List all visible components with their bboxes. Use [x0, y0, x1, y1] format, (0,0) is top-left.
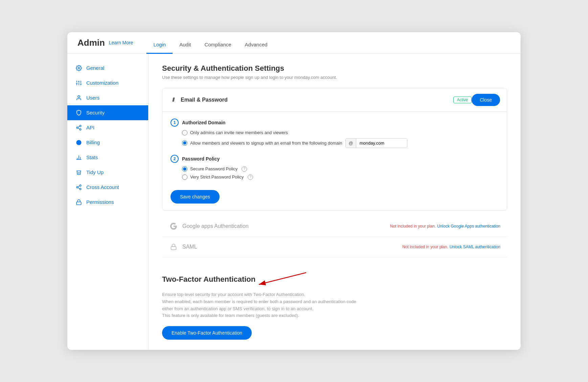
sidebar-item-general[interactable]: General [67, 61, 148, 76]
email-password-body: 1 Authorized Domain Only admins can invi… [162, 112, 507, 210]
password-option-1[interactable]: Secure Password Policy ? [182, 166, 499, 172]
two-factor-title-row: Two-Factor Authentication [162, 271, 507, 291]
tidy-icon [75, 169, 82, 176]
password-option-2-label: Very Strict Password Policy [190, 174, 244, 179]
gear-icon [75, 65, 82, 71]
close-button[interactable]: Close [472, 94, 500, 106]
google-not-included: Not included in your plan. [390, 224, 436, 229]
main-window: Admin Learn More Login Audit Compliance … [67, 32, 521, 350]
email-password-title: Email & Password [181, 97, 450, 103]
svg-line-24 [78, 188, 80, 189]
sidebar-item-users[interactable]: Users [67, 90, 148, 105]
sidebar-label-general: General [86, 65, 104, 71]
password-policy-header: 2 Password Policy [171, 155, 499, 163]
sidebar-label-permissions: Permissions [86, 199, 114, 205]
saml-unlock-link[interactable]: Unlock SAML authentication [450, 245, 500, 249]
top-bar: Admin Learn More Login Audit Compliance … [67, 32, 521, 54]
sidebar-label-billing: Billing [86, 140, 100, 145]
two-factor-desc-line3: either from an authentication app or SMS… [162, 305, 507, 313]
learn-more-link[interactable]: Learn More [109, 40, 133, 45]
domain-input[interactable] [356, 139, 407, 148]
password-policy-section: 2 Password Policy Secure Password Policy… [171, 155, 499, 180]
svg-line-15 [78, 126, 80, 127]
saml-row: SAML Not included in your plan. Unlock S… [162, 237, 507, 257]
chart-icon [75, 154, 82, 161]
svg-line-14 [78, 128, 80, 129]
question-icon-1[interactable]: ? [242, 166, 247, 172]
svg-point-11 [80, 125, 81, 127]
tab-advanced[interactable]: Advanced [238, 42, 274, 54]
sidebar-label-customization: Customization [86, 80, 118, 86]
password-radio-2[interactable] [182, 174, 187, 180]
svg-point-12 [76, 127, 78, 129]
person-icon [75, 94, 82, 101]
sidebar-item-crossaccount[interactable]: Cross Account [67, 180, 148, 195]
sidebar-item-stats[interactable]: Stats [67, 150, 148, 165]
saml-not-included: Not included in your plan. [402, 245, 448, 249]
domain-radio-1[interactable] [182, 130, 187, 135]
sidebar-label-api: API [86, 125, 94, 130]
sidebar: General Customization [67, 54, 149, 350]
shield-icon [75, 109, 82, 116]
enable-2fa-button[interactable]: Enable Two-Factor Authentication [162, 326, 252, 340]
password-radio-1[interactable] [182, 166, 187, 172]
google-unlock-link[interactable]: Unlock Google Apps authentication [437, 224, 500, 229]
billing-icon [75, 139, 82, 146]
email-password-header: // Email & Password Active Close [162, 88, 507, 112]
google-icon [169, 221, 178, 231]
red-arrow-indicator [252, 271, 306, 291]
domain-radio-2[interactable] [182, 140, 187, 146]
active-badge: Active [453, 97, 472, 103]
domain-option-2-label: Allow members and viewers to signup with… [190, 141, 342, 146]
sidebar-item-tidyup[interactable]: Tidy Up [67, 165, 148, 180]
password-option-1-label: Secure Password Policy [190, 166, 238, 171]
svg-point-23 [80, 188, 81, 190]
tab-login[interactable]: Login [146, 42, 173, 54]
sidebar-item-billing[interactable]: Billing [67, 135, 148, 150]
two-factor-desc-line2: When enabled, each team member is requir… [162, 298, 507, 305]
domain-option-2-row: Allow members and viewers to signup with… [182, 138, 499, 148]
sidebar-item-customization[interactable]: Customization [67, 76, 148, 90]
at-symbol: @ [346, 139, 356, 148]
sidebar-item-security[interactable]: Security [67, 105, 148, 120]
domain-option-2[interactable]: Allow members and viewers to signup with… [182, 140, 342, 146]
tab-audit[interactable]: Audit [173, 42, 198, 54]
svg-point-10 [78, 96, 80, 98]
saml-name: SAML [182, 244, 402, 250]
step-1-circle: 1 [171, 119, 179, 127]
sidebar-label-security: Security [86, 110, 105, 115]
tab-compliance[interactable]: Compliance [198, 42, 238, 54]
password-policy-label: Password Policy [182, 156, 220, 162]
crossaccount-icon [75, 184, 82, 191]
main-content: General Customization [67, 54, 521, 350]
svg-point-13 [80, 129, 81, 130]
domain-input-wrap: @ [345, 138, 407, 148]
google-apps-row: Google apps Authentication Not included … [162, 216, 507, 237]
svg-line-29 [259, 273, 306, 284]
authorized-domain-section: 1 Authorized Domain Only admins can invi… [171, 119, 499, 148]
email-password-card: // Email & Password Active Close 1 Autho… [162, 88, 507, 211]
two-factor-desc-line1: Ensure top-level security for your accou… [162, 291, 507, 298]
sliders-icon [75, 80, 82, 86]
two-factor-desc-line4: This feature is only available for team … [162, 312, 507, 319]
page-title: Security & Authentication Settings [162, 64, 507, 73]
svg-rect-27 [171, 247, 176, 250]
saml-icon [169, 242, 178, 252]
sidebar-label-crossaccount: Cross Account [86, 184, 119, 190]
svg-rect-26 [76, 202, 81, 205]
google-apps-name: Google apps Authentication [182, 223, 390, 229]
two-factor-section: Two-Factor Authentication Ensure top-lev… [162, 268, 507, 340]
lock-icon [75, 199, 82, 206]
svg-point-22 [76, 187, 78, 188]
api-icon [75, 124, 82, 131]
two-factor-description: Ensure top-level security for your accou… [162, 291, 507, 319]
sidebar-item-api[interactable]: API [67, 120, 148, 135]
password-option-2[interactable]: Very Strict Password Policy ? [182, 174, 499, 180]
save-button[interactable]: Save changes [171, 190, 220, 204]
domain-option-1[interactable]: Only admins can invite new members and v… [182, 130, 499, 135]
domain-option-1-label: Only admins can invite new members and v… [190, 130, 288, 135]
sidebar-item-permissions[interactable]: Permissions [67, 195, 148, 210]
sidebar-label-stats: Stats [86, 154, 98, 160]
question-icon-2[interactable]: ? [248, 174, 253, 180]
content-area: Security & Authentication Settings Use t… [149, 54, 521, 350]
